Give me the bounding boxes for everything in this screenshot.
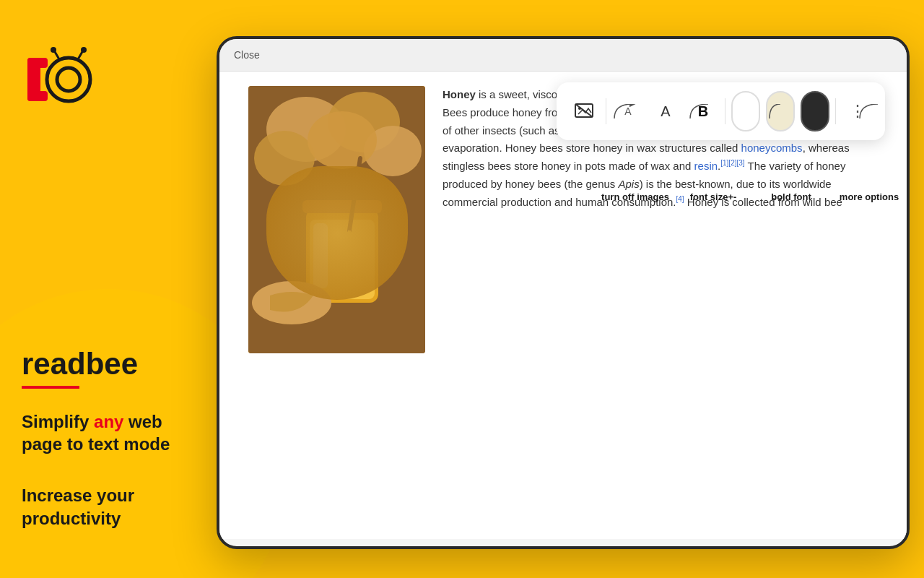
link-resin[interactable]: resin bbox=[694, 160, 718, 172]
browser-mockup: Close bbox=[217, 36, 910, 549]
svg-point-13 bbox=[254, 131, 315, 186]
divider-3 bbox=[835, 98, 836, 124]
brand-underline bbox=[22, 386, 79, 389]
ref-123: [1][2][3] bbox=[720, 159, 744, 167]
svg-rect-18 bbox=[302, 200, 382, 213]
font-bold-label: B bbox=[698, 103, 708, 120]
article-first-word: Honey bbox=[443, 88, 476, 100]
browser-header: Close bbox=[219, 39, 907, 72]
font-small-label: A bbox=[624, 105, 631, 117]
font-medium-label: A bbox=[661, 103, 670, 120]
tagline: Simplify any web page to text mode bbox=[22, 410, 180, 455]
divider-1 bbox=[606, 98, 606, 124]
more-options-icon: ⋮ bbox=[850, 102, 866, 121]
svg-point-14 bbox=[308, 111, 377, 169]
font-size-medium-button[interactable]: A bbox=[650, 95, 681, 127]
theme-white-button[interactable] bbox=[731, 91, 760, 131]
link-honeycombs[interactable]: honeycombs bbox=[741, 142, 803, 154]
tagline-any: any bbox=[94, 412, 123, 431]
svg-point-8 bbox=[81, 47, 87, 53]
svg-rect-2 bbox=[27, 91, 48, 101]
article-image bbox=[248, 86, 425, 353]
svg-point-4 bbox=[57, 68, 80, 91]
image-off-icon bbox=[574, 101, 594, 121]
honey-svg bbox=[248, 86, 425, 353]
reader-toolbar: A A B ⋮ bbox=[557, 82, 885, 140]
svg-rect-1 bbox=[27, 58, 48, 68]
svg-line-19 bbox=[349, 158, 360, 230]
turn-off-images-button[interactable] bbox=[568, 95, 600, 127]
svg-point-7 bbox=[51, 47, 56, 53]
more-options-button[interactable]: ⋮ bbox=[842, 95, 873, 127]
svg-rect-16 bbox=[310, 220, 375, 299]
theme-cream-button[interactable] bbox=[766, 91, 795, 131]
theme-dark-button[interactable] bbox=[801, 91, 829, 131]
sidebar: readbee Simplify any web page to text mo… bbox=[22, 0, 180, 578]
tagline-part1: Simplify bbox=[22, 412, 94, 431]
svg-rect-17 bbox=[313, 223, 328, 288]
tagline2: Increase your productivity bbox=[22, 484, 180, 529]
browser-content: Honey is a sweet, viscous food substance… bbox=[219, 72, 907, 539]
logo-area bbox=[22, 43, 180, 116]
close-button[interactable]: Close bbox=[234, 49, 260, 61]
font-size-small-button[interactable]: A bbox=[612, 95, 644, 127]
ref-4: [4] bbox=[676, 195, 684, 203]
svg-rect-15 bbox=[306, 209, 378, 303]
brand-name: readbee bbox=[22, 347, 180, 381]
honey-visual bbox=[248, 86, 425, 353]
svg-point-23 bbox=[578, 107, 581, 110]
bold-font-button[interactable]: B bbox=[687, 95, 719, 127]
divider-2 bbox=[725, 98, 725, 124]
readbee-logo bbox=[22, 43, 94, 116]
